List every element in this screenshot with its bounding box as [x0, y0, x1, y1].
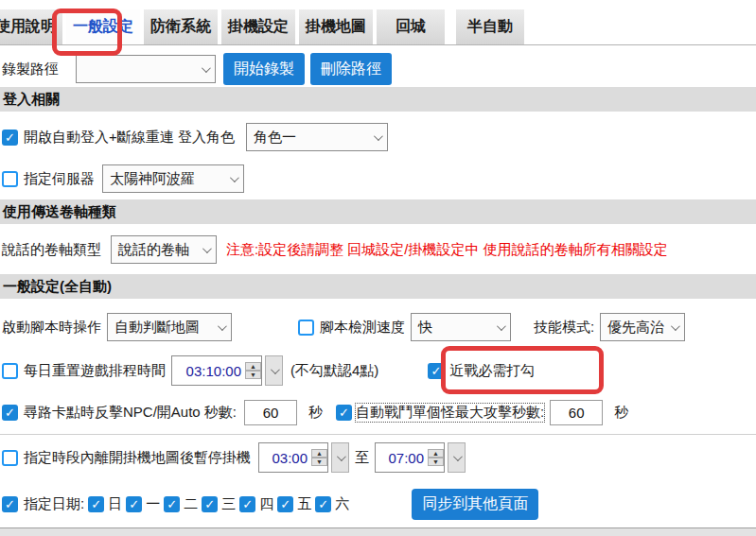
scroll-type-row: 說話的卷軸類型 說話的卷軸 注意:設定後請調整 回城設定/掛機設定中 使用說話的… [2, 233, 754, 267]
delete-path-button[interactable]: 刪除路徑 [310, 53, 392, 85]
script-detect-speed-label: 腳本檢測速度 [320, 319, 405, 337]
record-path-dropdown[interactable] [76, 55, 216, 83]
daily-reset-timepicker[interactable]: 03:10:00 ▲ ▼ [171, 355, 283, 386]
day-monday-checkbox[interactable] [126, 496, 142, 512]
tab-afk-map[interactable]: 掛機地圖 [299, 9, 373, 44]
max-attack-checkbox[interactable] [336, 405, 352, 421]
startup-action-label: 啟動腳本時操作 [2, 319, 101, 337]
day-wednesday-checkbox[interactable] [202, 496, 218, 512]
server-row[interactable]: 指定伺服器 太陽神阿波羅 [2, 162, 754, 196]
scroll-type-label: 說話的卷軸類型 [2, 241, 101, 259]
general-settings-page: 使用說明 一般設定 防衛系統 掛機設定 掛機地圖 回城 半自動 錄製路徑 開始錄… [0, 0, 756, 536]
counter-seconds-unit: 秒 [308, 404, 323, 422]
timepicker-dropdown-button[interactable] [448, 442, 466, 473]
day-tuesday[interactable]: 二 [164, 495, 198, 513]
day-wednesday-label: 三 [221, 495, 236, 513]
scroll-type-value: 說話的卷軸 [118, 241, 189, 259]
chevron-down-icon [671, 321, 680, 331]
day-sunday-label: 日 [108, 495, 122, 513]
spin-down-icon[interactable]: ▼ [428, 458, 444, 466]
melee-required-checkbox[interactable] [428, 363, 444, 379]
script-detect-speed-checkbox[interactable] [298, 320, 314, 336]
login-role-value: 角色一 [254, 129, 296, 147]
detect-speed-dropdown[interactable]: 快 [411, 313, 511, 341]
startup-action-dropdown[interactable]: 自動判斷地圖 [107, 313, 232, 341]
spin-down-icon[interactable]: ▼ [311, 458, 327, 466]
chevron-down-icon [202, 244, 212, 253]
daily-reset-label: 每日重置遊戲排程時間 [24, 362, 166, 380]
tab-bar: 使用說明 一般設定 防衛系統 掛機設定 掛機地圖 回城 半自動 [0, 9, 756, 45]
login-role-dropdown[interactable]: 角色一 [246, 123, 388, 151]
pause-period-row: 指定時段內離開掛機地圖後暫停掛機 03:00 ▲ ▼ 至 07:00 ▲ ▼ [2, 439, 754, 476]
start-record-button[interactable]: 開始錄製 [223, 53, 305, 85]
day-sunday-checkbox[interactable] [88, 496, 104, 512]
daily-reset-time-value: 03:10:00 [172, 363, 245, 379]
specify-dates-checkbox[interactable] [2, 496, 18, 512]
pause-to-timepicker[interactable]: 07:00 ▲ ▼ [375, 442, 466, 473]
max-attack-seconds-unit: 秒 [614, 404, 628, 422]
skill-mode-label: 技能模式: [534, 319, 594, 337]
day-sunday[interactable]: 日 [88, 495, 122, 513]
tab-afk-settings[interactable]: 掛機設定 [221, 9, 295, 44]
tab-semi-auto[interactable]: 半自動 [456, 9, 524, 44]
chevron-down-icon [453, 452, 463, 461]
record-path-row: 錄製路徑 開始錄製 刪除路徑 [2, 52, 754, 86]
tab-usage-help[interactable]: 使用說明 [0, 9, 62, 44]
counter-attack-checkbox[interactable] [2, 405, 18, 421]
general-section-header: 一般設定(全自動) [0, 274, 756, 299]
day-saturday-label: 六 [335, 495, 349, 513]
day-friday[interactable]: 五 [277, 495, 311, 513]
login-section-header: 登入相關 [0, 87, 756, 112]
timepicker-dropdown-button[interactable] [265, 355, 283, 386]
scroll-type-dropdown[interactable]: 說話的卷軸 [111, 235, 217, 264]
spin-up-icon[interactable]: ▲ [245, 362, 261, 371]
spin-up-icon[interactable]: ▲ [311, 449, 327, 458]
pause-to-value: 07:00 [376, 450, 428, 466]
specify-dates-label: 指定日期: [24, 495, 84, 513]
scroll-warning-note: 注意:設定後請調整 回城設定/掛機設定中 使用說話的卷軸所有相關設定 [226, 241, 668, 259]
tab-general-settings[interactable]: 一般設定 [66, 9, 140, 44]
scroll-section-header: 使用傳送卷軸種類 [0, 199, 756, 224]
chevron-down-icon [497, 321, 506, 331]
tab-return-town[interactable]: 回城 [377, 9, 445, 44]
pause-from-value: 03:00 [259, 450, 311, 466]
day-wednesday[interactable]: 三 [202, 495, 236, 513]
auto-login-checkbox[interactable] [2, 130, 18, 146]
pause-period-checkbox[interactable] [2, 450, 18, 466]
record-path-label: 錄製路徑 [2, 61, 59, 78]
daily-reset-checkbox[interactable] [2, 363, 18, 379]
day-tuesday-checkbox[interactable] [164, 496, 180, 512]
startup-action-value: 自動判斷地圖 [114, 319, 200, 337]
day-monday-label: 一 [146, 495, 160, 513]
chevron-down-icon [218, 321, 227, 331]
spin-up-icon[interactable]: ▲ [428, 449, 444, 458]
day-friday-checkbox[interactable] [277, 496, 293, 512]
day-thursday-checkbox[interactable] [239, 496, 255, 512]
pause-to-word: 至 [355, 449, 369, 467]
counter-attack-row: 尋路卡點時反擊NPC/開Auto 秒數: 秒 自動戰鬥單個怪最大攻擊秒數: 秒 [2, 395, 754, 429]
weekday-row: 指定日期: 日 一 二 三 四 五 六 同步到其他頁面 [2, 486, 754, 522]
divider [0, 434, 756, 435]
day-saturday-checkbox[interactable] [315, 496, 331, 512]
max-attack-seconds-input[interactable] [550, 400, 603, 425]
specify-server-checkbox[interactable] [2, 171, 18, 187]
auto-login-label: 開啟自動登入+斷線重連 登入角色 [24, 129, 235, 147]
pause-from-timepicker[interactable]: 03:00 ▲ ▼ [258, 442, 349, 473]
daily-reset-hint: (不勾默認4點) [290, 362, 378, 380]
day-monday[interactable]: 一 [126, 495, 160, 513]
day-thursday[interactable]: 四 [239, 495, 273, 513]
counter-seconds-input[interactable] [244, 400, 297, 425]
sync-to-other-pages-button[interactable]: 同步到其他頁面 [412, 489, 538, 520]
server-value: 太陽神阿波羅 [110, 170, 195, 188]
spin-down-icon[interactable]: ▼ [245, 371, 261, 379]
tab-defense-system[interactable]: 防衛系統 [144, 9, 218, 44]
day-saturday[interactable]: 六 [315, 495, 349, 513]
auto-login-row[interactable]: 開啟自動登入+斷線重連 登入角色 角色一 [2, 120, 754, 154]
timepicker-dropdown-button[interactable] [331, 442, 349, 473]
skill-mode-dropdown[interactable]: 優先高治 [600, 313, 685, 341]
counter-attack-label: 尋路卡點時反擊NPC/開Auto 秒數: [24, 404, 237, 422]
chevron-down-icon [202, 63, 211, 73]
chevron-down-icon [374, 131, 383, 141]
pause-period-label: 指定時段內離開掛機地圖後暫停掛機 [24, 449, 251, 467]
server-dropdown[interactable]: 太陽神阿波羅 [102, 164, 244, 193]
